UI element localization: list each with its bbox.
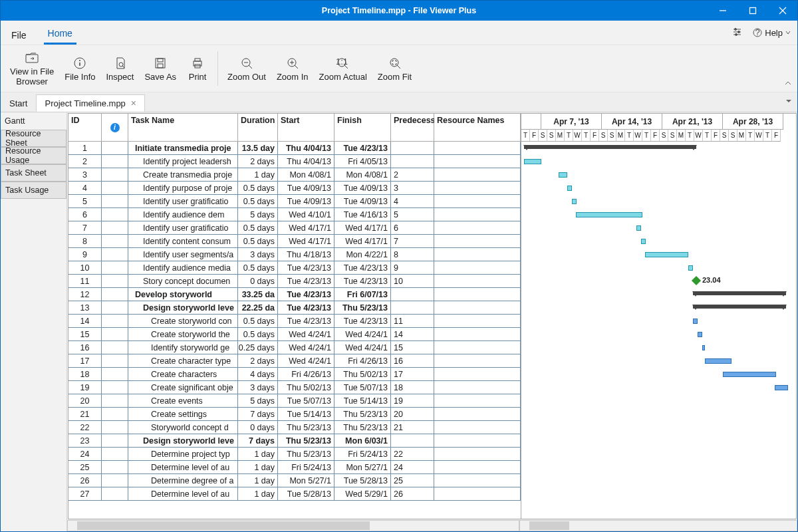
svg-point-8 <box>738 31 740 33</box>
col-task-name[interactable]: Task Name <box>128 114 238 142</box>
table-row[interactable]: 16Identify storyworld ge0.25 daysWed 4/2… <box>68 341 521 354</box>
col-id[interactable]: ID <box>68 114 102 142</box>
milestone-icon[interactable] <box>692 276 701 285</box>
zoom-fit-button[interactable]: Zoom Fit <box>372 53 417 84</box>
table-row[interactable]: 10Identify audience media0.5 daysTue 4/2… <box>68 261 521 275</box>
zoom-in-button[interactable]: Zoom In <box>271 53 314 84</box>
minimize-button[interactable] <box>708 1 737 21</box>
table-row[interactable]: 24Determine project typ1 dayThu 5/23/13F… <box>68 448 521 461</box>
col-start[interactable]: Start <box>278 114 334 142</box>
col-indicators[interactable]: i <box>102 114 128 142</box>
tab-dropdown-icon[interactable] <box>785 96 792 106</box>
cell-start: Wed 4/24/1 <box>278 354 334 368</box>
task-bar[interactable] <box>572 199 577 204</box>
tab-document[interactable]: Project Timeline.mpp × <box>36 94 145 112</box>
task-bar[interactable] <box>705 358 732 364</box>
table-row[interactable]: 7Identify user gratificatio0.5 daysWed 4… <box>68 221 521 235</box>
summary-bar[interactable] <box>693 291 786 295</box>
table-row[interactable]: 23Design storyworld leve7 daysThu 5/23/1… <box>68 434 521 448</box>
table-row[interactable]: 14Create storyworld con0.5 daysTue 4/23/… <box>68 315 521 328</box>
save-as-button[interactable]: Save As <box>139 53 182 84</box>
table-row[interactable]: 11Story concept documen0 daysTue 4/23/13… <box>68 275 521 288</box>
print-button[interactable]: Print <box>182 53 213 84</box>
table-row[interactable]: 5Identify user gratificatio0.5 daysTue 4… <box>68 195 521 208</box>
cell-start: Thu 5/02/13 <box>278 381 334 394</box>
help-button[interactable]: ? Help <box>753 28 791 38</box>
gantt-hscroll[interactable] <box>519 520 797 531</box>
task-bar[interactable] <box>693 319 698 324</box>
table-row[interactable]: 1Initiate transmedia proje13.5 dayThu 4/… <box>68 142 521 155</box>
menu-file[interactable]: File <box>7 26 31 45</box>
cell-indicator <box>102 235 128 248</box>
cell-resources <box>434 341 521 354</box>
table-row[interactable]: 26Determine degree of a1 dayMon 5/27/1Tu… <box>68 474 521 487</box>
menu-home[interactable]: Home <box>44 24 76 45</box>
view-resource-usage[interactable]: Resource Usage <box>1 147 66 164</box>
col-finish[interactable]: Finish <box>334 114 391 142</box>
table-row[interactable]: 19Create significant obje3 daysThu 5/02/… <box>68 381 521 394</box>
task-bar[interactable] <box>641 239 646 244</box>
summary-bar[interactable] <box>524 145 696 149</box>
svg-rect-20 <box>158 64 163 68</box>
zoom-out-button[interactable]: Zoom Out <box>222 53 271 84</box>
svg-rect-22 <box>195 59 200 61</box>
tab-start[interactable]: Start <box>1 94 36 112</box>
collapse-ribbon-icon[interactable] <box>784 79 792 89</box>
table-row[interactable]: 8Identify content consum0.5 daysWed 4/17… <box>68 235 521 248</box>
task-grid[interactable]: ID i Task Name Duration Start Finish Pre… <box>68 114 521 519</box>
file-info-button[interactable]: File Info <box>59 53 100 84</box>
col-predecessors[interactable]: Predecesso <box>391 114 434 142</box>
task-bar[interactable] <box>698 332 702 337</box>
summary-bar[interactable] <box>693 305 786 309</box>
table-row[interactable]: 6Identify audience dem5 daysWed 4/10/1Tu… <box>68 208 521 221</box>
gantt-row <box>521 221 796 235</box>
table-row[interactable]: 22Storyworld concept d0 daysThu 5/23/13T… <box>68 421 521 434</box>
table-row[interactable]: 4Identify purpose of proje0.5 daysTue 4/… <box>68 182 521 195</box>
view-task-usage[interactable]: Task Usage <box>1 182 66 199</box>
gantt-body[interactable]: 23.04 <box>521 142 796 519</box>
table-row[interactable]: 13Design storyworld leve22.25 daTue 4/23… <box>68 301 521 315</box>
table-row[interactable]: 12Develop storyworld33.25 daTue 4/23/13F… <box>68 288 521 301</box>
view-gantt[interactable]: Gantt <box>1 112 66 130</box>
table-row[interactable]: 3Create transmedia proje1 dayMon 4/08/1M… <box>68 168 521 182</box>
table-row[interactable]: 20Create events5 daysTue 5/07/13Tue 5/14… <box>68 394 521 408</box>
col-resource-names[interactable]: Resource Names <box>434 114 521 142</box>
cell-indicator <box>102 368 128 381</box>
timeline-day: T <box>582 130 591 142</box>
gantt-chart[interactable]: Apr 7, '13Apr 14, '13Apr 21, '13Apr 28, … <box>521 114 796 519</box>
task-bar[interactable] <box>688 265 693 271</box>
table-row[interactable]: 15Create storyworld the0.5 daysWed 4/24/… <box>68 328 521 341</box>
cell-duration: 5 days <box>238 394 278 408</box>
task-bar[interactable] <box>775 385 788 390</box>
task-bar[interactable] <box>567 186 572 191</box>
table-row[interactable]: 21Create settings7 daysTue 5/14/13Thu 5/… <box>68 408 521 421</box>
close-icon[interactable]: × <box>131 98 136 108</box>
task-bar[interactable] <box>723 372 776 377</box>
table-row[interactable]: 25Determine level of au1 dayFri 5/24/13M… <box>68 461 521 474</box>
task-bar[interactable] <box>524 159 541 164</box>
view-in-file-browser-button[interactable]: View in File Browser <box>5 48 59 89</box>
view-resource-sheet[interactable]: Resource Sheet <box>1 130 66 147</box>
task-bar[interactable] <box>702 345 705 350</box>
task-bar[interactable] <box>559 172 567 178</box>
table-row[interactable]: 18Create characters4 daysFri 4/26/13Thu … <box>68 368 521 381</box>
maximize-button[interactable] <box>737 1 767 21</box>
zoom-actual-button[interactable]: 1:1 Zoom Actual <box>314 53 372 84</box>
task-bar[interactable] <box>576 212 642 217</box>
task-bar[interactable] <box>645 252 688 257</box>
inspect-button[interactable]: Inspect <box>100 53 139 84</box>
close-button[interactable] <box>767 1 797 21</box>
table-row[interactable]: 27Determine level of au1 dayTue 5/28/13W… <box>68 487 521 501</box>
view-task-sheet[interactable]: Task Sheet <box>1 164 66 182</box>
grid-rows[interactable]: 1Initiate transmedia proje13.5 dayThu 4/… <box>68 142 521 519</box>
task-bar[interactable] <box>636 225 641 231</box>
gantt-row: 23.04 <box>521 275 796 288</box>
cell-indicator <box>102 195 128 208</box>
table-row[interactable]: 17Create character type2 daysWed 4/24/1F… <box>68 354 521 368</box>
grid-hscroll[interactable] <box>67 520 519 531</box>
col-duration[interactable]: Duration <box>238 114 278 142</box>
gantt-row <box>521 315 796 328</box>
table-row[interactable]: 2Identify project leadersh2 daysThu 4/04… <box>68 155 521 168</box>
table-row[interactable]: 9Identify user segments/a3 daysThu 4/18/… <box>68 248 521 261</box>
settings-icon[interactable] <box>733 27 743 39</box>
